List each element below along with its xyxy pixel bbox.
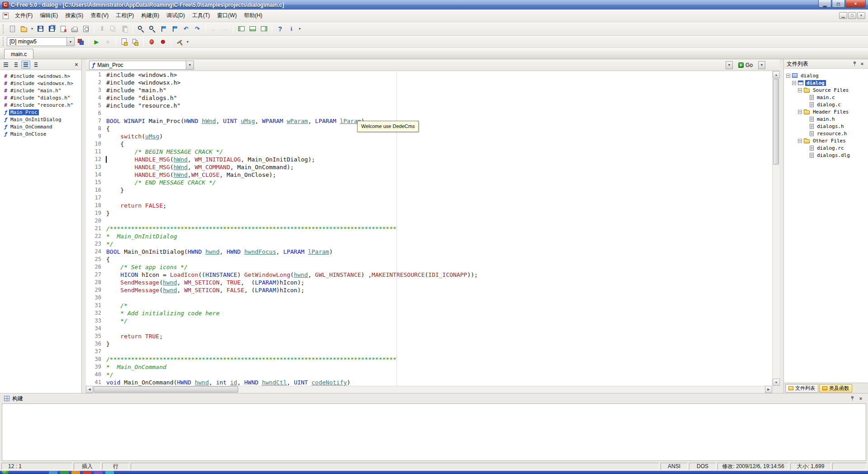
tree-item[interactable]: dialogs.dlg xyxy=(784,152,868,159)
compiler-combo-dropdown[interactable]: ▼ xyxy=(66,38,74,46)
code-area[interactable]: 1#include <windows.h>2#include <windowsx… xyxy=(86,71,772,386)
stop-button[interactable]: ■ xyxy=(102,36,113,47)
close-file-button[interactable] xyxy=(57,24,69,34)
expander-icon[interactable] xyxy=(798,139,802,143)
next-bookmark-button[interactable] xyxy=(169,24,180,34)
code-line[interactable]: 3#include "main.h" xyxy=(86,86,772,94)
code-line[interactable]: 26 /* Set app icons */ xyxy=(86,263,772,271)
code-line[interactable]: 1#include <windows.h> xyxy=(86,71,772,79)
find-button[interactable] xyxy=(135,24,146,34)
app-icon[interactable]: C xyxy=(2,2,9,8)
scroll-left-button[interactable]: ◀ xyxy=(86,386,93,393)
symbol-item[interactable]: ƒMain_Proc xyxy=(0,109,81,116)
code-line[interactable]: 39* Main_OnCommand xyxy=(86,363,772,371)
close-button[interactable]: × xyxy=(845,0,866,8)
symbol-item[interactable]: ##include "main.h" xyxy=(0,87,81,94)
tools-button[interactable] xyxy=(174,36,185,47)
tree-item[interactable]: dialog.rc xyxy=(784,144,868,152)
menu-item[interactable]: 查看(V) xyxy=(87,9,112,22)
maximize-button[interactable]: □ xyxy=(832,0,845,8)
menu-item[interactable]: 窗口(W) xyxy=(213,9,240,22)
compile-button[interactable] xyxy=(118,36,130,47)
menu-item[interactable]: 工程(P) xyxy=(112,9,137,22)
tree-item[interactable]: Source Files xyxy=(784,86,868,94)
expander-icon[interactable] xyxy=(798,88,802,92)
print-preview-button[interactable] xyxy=(80,24,91,34)
code-line[interactable]: 6 xyxy=(86,109,772,117)
tree-view-button[interactable] xyxy=(31,61,40,69)
tree-item[interactable]: Other Files xyxy=(784,137,868,144)
windows-taskbar[interactable] xyxy=(0,471,868,474)
code-line[interactable]: 37 xyxy=(86,348,772,356)
function-combo[interactable]: ƒ Main_Proc ▼ xyxy=(89,61,194,70)
mdi-restore-button[interactable]: □ xyxy=(848,12,856,19)
code-line[interactable]: 24BOOL Main_OnInitDialog(HWND hwnd, HWND… xyxy=(86,248,772,256)
about-button[interactable]: i xyxy=(286,24,297,34)
code-line[interactable]: 34 xyxy=(86,325,772,332)
goto-history-dropdown[interactable]: ▼ xyxy=(726,61,733,69)
symbol-item[interactable]: ƒMain_OnCommand xyxy=(0,123,81,130)
symbol-item[interactable]: ##include <windowsx.h> xyxy=(0,80,81,87)
paste-button[interactable] xyxy=(119,24,130,34)
code-line[interactable]: 15 /* END MESSAGE CRACK */ xyxy=(86,179,772,186)
code-line[interactable]: 4#include "dialogs.h" xyxy=(86,94,772,102)
scroll-up-button[interactable]: ▲ xyxy=(773,71,780,78)
menu-item[interactable]: 文件(F) xyxy=(11,9,36,22)
tree-item[interactable]: dialog xyxy=(784,79,868,86)
code-line[interactable]: 41void Main_OnCommand(HWND hwnd, int id,… xyxy=(86,379,772,386)
tree-item[interactable]: dialogs.h xyxy=(784,123,868,130)
menu-item[interactable]: 工具(T) xyxy=(189,9,213,22)
symbol-item[interactable]: ##include "dialogs.h" xyxy=(0,94,81,101)
save-button[interactable] xyxy=(35,24,46,34)
symbol-panel-close-button[interactable]: × xyxy=(73,61,80,68)
tools-dropdown[interactable]: ▼ xyxy=(185,36,190,47)
open-file-dropdown[interactable]: ▼ xyxy=(29,24,35,34)
minimize-button[interactable]: ▁ xyxy=(818,0,831,8)
toggle-right-panel-button[interactable] xyxy=(258,24,269,34)
code-line[interactable]: 10 { xyxy=(86,140,772,148)
cut-button[interactable] xyxy=(96,24,108,34)
code-line[interactable]: 22* Main_OnInitDialog xyxy=(86,232,772,240)
mdi-close-button[interactable]: × xyxy=(857,12,865,19)
menu-item[interactable]: 构建(B) xyxy=(137,9,163,22)
tree-item[interactable]: Header Files xyxy=(784,108,868,115)
new-file-button[interactable] xyxy=(7,24,18,34)
list-view-button[interactable] xyxy=(21,61,30,69)
code-line[interactable]: 35 return TRUE; xyxy=(86,332,772,340)
code-line[interactable]: 33 */ xyxy=(86,317,772,325)
tree-item[interactable]: dialog xyxy=(784,72,868,79)
code-line[interactable]: 8{ xyxy=(86,125,772,133)
toggle-bookmark-button[interactable] xyxy=(158,24,169,34)
tree-item[interactable]: main.c xyxy=(784,94,868,101)
code-line[interactable]: 38/*************************************… xyxy=(86,356,772,363)
taskbar-app-icon[interactable] xyxy=(60,471,69,474)
undo-button[interactable]: ↶ xyxy=(180,24,192,34)
print-button[interactable] xyxy=(69,24,80,34)
code-line[interactable]: 18 return FALSE; xyxy=(86,202,772,209)
expander-icon[interactable] xyxy=(798,110,802,114)
code-line[interactable]: 32 * Add initializing code here xyxy=(86,309,772,317)
redo-button[interactable]: ↷ xyxy=(192,24,203,34)
code-line[interactable]: 36} xyxy=(86,340,772,348)
code-line[interactable]: 20 xyxy=(86,217,772,225)
code-line[interactable]: 40*/ xyxy=(86,371,772,379)
run-button[interactable]: ▶ xyxy=(91,36,102,47)
vertical-scroll-thumb[interactable] xyxy=(773,79,779,165)
horizontal-scrollbar[interactable]: ◀ ▶ xyxy=(86,386,772,393)
code-line[interactable]: 2#include <windowsx.h> xyxy=(86,79,772,86)
tab-main-c[interactable]: main.c xyxy=(4,49,33,59)
code-line[interactable]: 5#include "resource.h" xyxy=(86,102,772,109)
taskbar-app-icon[interactable] xyxy=(83,471,91,474)
group-symbols-button[interactable] xyxy=(11,61,20,69)
menu-item[interactable]: 编辑(E) xyxy=(36,9,61,22)
open-file-button[interactable] xyxy=(18,24,29,34)
toggle-left-panel-button[interactable] xyxy=(236,24,247,34)
code-line[interactable]: 31 /* xyxy=(86,302,772,309)
code-line[interactable]: 21/*************************************… xyxy=(86,225,772,232)
build-panel-close-button[interactable]: × xyxy=(858,395,864,402)
help-dropdown[interactable]: ▼ xyxy=(297,24,302,34)
symbol-item[interactable]: ##include "resource.h" xyxy=(0,101,81,109)
expander-icon[interactable] xyxy=(786,74,790,78)
find-in-files-button[interactable] xyxy=(146,24,158,34)
code-line[interactable]: 12 HANDLE_MSG(hWnd, WM_INITDIALOG, Main_… xyxy=(86,156,772,163)
